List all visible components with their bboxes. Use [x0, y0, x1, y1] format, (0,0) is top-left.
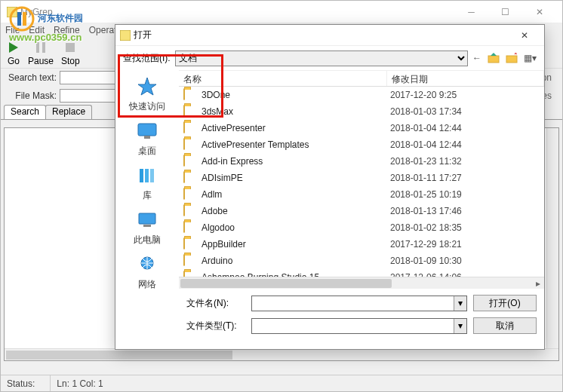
- file-mask-label: File Mask:: [5, 90, 57, 101]
- place-this-pc[interactable]: 此电脑: [134, 208, 161, 247]
- menu-edit[interactable]: Edit: [29, 25, 45, 37]
- folder-icon: [183, 238, 197, 250]
- svg-rect-12: [144, 136, 150, 139]
- folder-icon: [183, 139, 197, 151]
- svg-rect-13: [140, 169, 143, 182]
- cancel-button[interactable]: 取消: [473, 317, 537, 334]
- editor-scroll-v[interactable]: [546, 128, 558, 348]
- svg-rect-14: [145, 169, 149, 182]
- svg-rect-15: [150, 169, 154, 182]
- filetype-combo[interactable]: ▾: [251, 318, 467, 334]
- filename-label: 文件名(N):: [186, 297, 245, 310]
- place-label: 库: [143, 189, 152, 202]
- scroll-right-icon[interactable]: ▸: [532, 277, 544, 289]
- svg-rect-11: [138, 124, 156, 136]
- pause-button[interactable]: Pause: [28, 41, 54, 66]
- editor-scroll-h[interactable]: [5, 348, 558, 360]
- file-row[interactable]: ActivePresenter2018-01-04 12:44: [179, 120, 544, 136]
- dialog-title: 打开: [134, 29, 152, 41]
- file-list-header[interactable]: 名称 修改日期: [179, 70, 544, 87]
- tab-search[interactable]: Search: [4, 105, 46, 119]
- file-date: 2018-01-25 10:19: [390, 189, 462, 200]
- place-libraries[interactable]: 库: [135, 164, 159, 202]
- go-button[interactable]: Go: [7, 41, 20, 66]
- nav-back-icon[interactable]: ←: [472, 53, 481, 63]
- folder-icon: [183, 89, 197, 101]
- place-label: 此电脑: [134, 234, 161, 247]
- nav-viewmenu-icon[interactable]: ▦▾: [524, 53, 537, 63]
- nav-up-icon[interactable]: [488, 53, 500, 63]
- place-desktop[interactable]: 桌面: [135, 119, 159, 158]
- file-list[interactable]: 3DOne2017-12-20 9:253dsMax2018-01-03 17:…: [179, 87, 544, 277]
- maximize-button[interactable]: ☐: [488, 2, 522, 23]
- svg-rect-2: [36, 42, 39, 53]
- folder-icon: [183, 106, 197, 118]
- file-name: Adobe: [202, 206, 390, 216]
- go-label: Go: [8, 56, 20, 66]
- look-in-select[interactable]: 文档: [175, 51, 468, 66]
- file-row[interactable]: 3dsMax2018-01-03 17:34: [179, 103, 544, 120]
- svg-rect-6: [488, 56, 499, 63]
- file-date: 2018-01-23 11:32: [390, 156, 462, 167]
- file-list-scroll-h[interactable]: ◂ ▸: [179, 277, 544, 289]
- dialog-icon: [120, 30, 131, 41]
- place-quick-access[interactable]: 快速访问: [129, 75, 165, 113]
- file-row[interactable]: Ashampoo Burning Studio 152017-12-06 14:…: [179, 269, 544, 277]
- svg-rect-0: [7, 7, 17, 17]
- place-label: 桌面: [138, 145, 156, 158]
- file-name: Algodoo: [202, 222, 390, 233]
- editor-scroll-h-thumb[interactable]: [6, 351, 232, 360]
- app-icon: [7, 7, 17, 17]
- file-name: Adlm: [202, 189, 390, 200]
- file-date: 2018-01-04 12:44: [390, 123, 462, 133]
- file-name: ADIsimPE: [202, 173, 390, 183]
- col-name[interactable]: 名称: [179, 71, 387, 86]
- place-label: 网络: [138, 278, 156, 291]
- file-date: 2018-01-02 18:35: [390, 222, 462, 233]
- close-button[interactable]: ✕: [522, 2, 556, 23]
- chevron-down-icon[interactable]: ▾: [454, 319, 466, 333]
- svg-text:*: *: [514, 53, 518, 60]
- col-date[interactable]: 修改日期: [387, 71, 544, 86]
- look-in-label: 查找范围(I):: [123, 52, 171, 65]
- svg-rect-3: [42, 42, 45, 53]
- menu-refine[interactable]: Refine: [54, 25, 80, 37]
- places-bar: 快速访问 桌面 库 此电脑 网络: [115, 70, 179, 349]
- svg-marker-1: [9, 42, 18, 53]
- file-row[interactable]: Add-in Express2018-01-23 11:32: [179, 153, 544, 170]
- file-row[interactable]: ActivePresenter Templates2018-01-04 12:4…: [179, 136, 544, 153]
- svg-rect-4: [66, 43, 75, 52]
- file-date: 2018-01-09 10:30: [390, 256, 462, 266]
- stop-button[interactable]: Stop: [61, 41, 80, 66]
- file-row[interactable]: Arduino2018-01-09 10:30: [179, 253, 544, 269]
- dialog-close-button[interactable]: ✕: [509, 30, 540, 41]
- folder-icon: [183, 271, 197, 277]
- folder-icon: [183, 205, 197, 217]
- menu-file[interactable]: File: [5, 25, 20, 37]
- search-text-label: Search text:: [5, 72, 57, 83]
- file-row[interactable]: Adobe2018-01-13 17:46: [179, 203, 544, 219]
- file-name: 3DOne: [202, 90, 390, 100]
- file-row[interactable]: ADIsimPE2018-01-11 17:27: [179, 170, 544, 186]
- main-title: MyGrep: [20, 7, 53, 17]
- place-label: 快速访问: [129, 100, 165, 113]
- scroll-h-thumb[interactable]: [180, 279, 392, 288]
- open-dialog: 打开 ✕ 查找范围(I): 文档 ← * ▦▾ 快速访问 桌面 库: [115, 24, 545, 350]
- file-date: 2017-12-20 9:25: [390, 90, 457, 100]
- nav-newfolder-icon[interactable]: *: [506, 53, 518, 63]
- file-row[interactable]: AppBuilder2017-12-29 18:21: [179, 236, 544, 253]
- pc-icon: [137, 211, 158, 229]
- desktop-icon: [137, 122, 158, 140]
- file-name: Arduino: [202, 256, 390, 266]
- filename-combo[interactable]: ▾: [251, 296, 467, 311]
- pause-label: Pause: [28, 56, 54, 66]
- tab-replace[interactable]: Replace: [45, 105, 92, 119]
- star-icon: [137, 76, 158, 97]
- file-row[interactable]: Algodoo2018-01-02 18:35: [179, 219, 544, 236]
- open-button[interactable]: 打开(O): [473, 295, 537, 311]
- chevron-down-icon[interactable]: ▾: [454, 296, 466, 311]
- minimize-button[interactable]: ─: [454, 2, 488, 23]
- file-row[interactable]: Adlm2018-01-25 10:19: [179, 186, 544, 203]
- file-row[interactable]: 3DOne2017-12-20 9:25: [179, 87, 544, 103]
- place-network[interactable]: 网络: [135, 253, 159, 291]
